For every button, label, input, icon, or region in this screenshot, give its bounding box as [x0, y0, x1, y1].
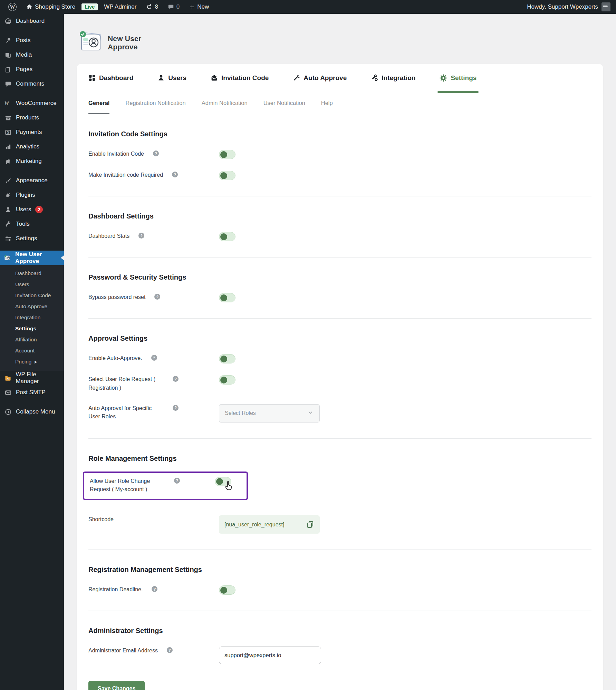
sidebar-item-label: Dashboard — [16, 18, 45, 25]
main-content: New User Approve DashboardUsersInvitatio… — [64, 14, 616, 690]
help-icon[interactable]: ? — [152, 586, 157, 592]
setting-label-wrap: Registration Deadline.? — [88, 585, 219, 594]
wp-adminer-menu-item[interactable]: WP Adminer — [100, 0, 140, 14]
svg-text:$: $ — [7, 130, 9, 134]
section-divider — [88, 611, 591, 611]
submenu-item-settings[interactable]: Settings — [0, 323, 64, 334]
collapse-icon — [4, 409, 12, 415]
sidebar-item-payments[interactable]: $Payments — [0, 125, 64, 139]
comments-menu-item[interactable]: 0 — [164, 0, 183, 14]
site-menu-item[interactable]: Shopping Store — [23, 0, 79, 14]
toggle-switch[interactable] — [215, 477, 231, 486]
submenu-item-auto-approve[interactable]: Auto Approve — [0, 301, 64, 312]
subtab-bar: GeneralRegistration NotificationAdmin No… — [77, 92, 603, 114]
sidebar-item-wp-file-manager[interactable]: WWP File Manager — [0, 371, 64, 385]
setting-label: Allow User Role Change Request ( My-acco… — [90, 477, 165, 494]
tab-invitation-code[interactable]: Invitation Code — [211, 64, 269, 92]
sidebar-item-plugins[interactable]: Plugins — [0, 188, 64, 202]
tab-users[interactable]: Users — [157, 64, 186, 92]
sidebar-item-label: Post SMTP — [16, 389, 46, 396]
pages-icon — [4, 66, 12, 73]
sidebar-item-dashboard[interactable]: Dashboard — [0, 14, 64, 28]
sidebar-item-label: Media — [16, 51, 32, 58]
select-roles-dropdown[interactable]: Select Roles — [219, 404, 320, 422]
toggle-knob — [220, 151, 227, 158]
sidebar-item-label: Products — [16, 114, 39, 121]
howdy-text[interactable]: Howdy, Support Wpexperts — [527, 3, 598, 10]
toggle-switch[interactable] — [219, 150, 235, 159]
section-divider — [88, 196, 591, 196]
sidebar-menu: DashboardPostsMediaPagesCommentsWWooComm… — [0, 14, 64, 419]
sidebar-item-tools[interactable]: Tools — [0, 217, 64, 231]
updates-icon — [146, 4, 152, 10]
help-icon[interactable]: ? — [153, 150, 159, 156]
submenu-item-integration[interactable]: Integration — [0, 312, 64, 323]
tab-dashboard[interactable]: Dashboard — [88, 64, 133, 92]
sidebar-item-label: Analytics — [16, 143, 39, 150]
sidebar-item-pages[interactable]: Pages — [0, 62, 64, 77]
subtab-help[interactable]: Help — [321, 92, 333, 114]
sidebar-item-posts[interactable]: Posts — [0, 33, 64, 48]
tab-integration[interactable]: Integration — [371, 64, 415, 92]
dashboard-icon — [4, 18, 12, 25]
help-icon[interactable]: ? — [173, 405, 179, 411]
subtab-registration-notification[interactable]: Registration Notification — [125, 92, 185, 114]
sidebar-item-label: Marketing — [16, 158, 42, 165]
toggle-switch[interactable] — [219, 232, 235, 241]
sidebar-item-users[interactable]: Users2 — [0, 202, 64, 217]
sidebar-item-woocommerce[interactable]: WWooCommerce — [0, 96, 64, 110]
help-icon[interactable]: ? — [172, 172, 178, 177]
sidebar-item-analytics[interactable]: Analytics — [0, 139, 64, 154]
sidebar-item-collapse-menu[interactable]: Collapse Menu — [0, 405, 64, 419]
toggle-switch[interactable] — [219, 171, 235, 180]
submenu-item-account[interactable]: Account — [0, 345, 64, 356]
plugin-logo: New User Approve — [64, 14, 616, 64]
sidebar-item-post-smtp[interactable]: Post SMTP — [0, 385, 64, 400]
updates-menu-item[interactable]: 8 — [143, 0, 161, 14]
save-changes-button[interactable]: Save Changes — [88, 681, 145, 690]
sidebar-item-appearance[interactable]: Appearance — [0, 173, 64, 188]
toggle-switch[interactable] — [219, 354, 235, 363]
wordpress-logo-icon[interactable]: W — [5, 0, 20, 14]
sidebar-item-marketing[interactable]: Marketing — [0, 154, 64, 168]
help-icon[interactable]: ? — [167, 647, 173, 653]
new-menu-item[interactable]: New — [186, 0, 212, 14]
submenu-item-dashboard[interactable]: Dashboard — [0, 268, 64, 279]
home-icon — [26, 4, 32, 10]
help-icon[interactable]: ? — [154, 294, 160, 300]
submenu-item-invitation-code[interactable]: Invitation Code — [0, 290, 64, 301]
submenu-item-pricing[interactable]: Pricing➤ — [0, 356, 64, 367]
sidebar-item-label: Payments — [16, 129, 42, 136]
setting-label-wrap: Dashboard Stats? — [88, 232, 219, 241]
submenu-item-affiliation[interactable]: Affiliation — [0, 334, 64, 345]
smtp-icon — [4, 389, 12, 396]
help-icon[interactable]: ? — [174, 478, 180, 484]
setting-label: Enable Auto-Approve. — [88, 354, 142, 363]
help-icon[interactable]: ? — [173, 376, 179, 382]
sidebar-item-label: New User Approve — [15, 251, 60, 265]
sidebar-item-new-user-approve[interactable]: New User Approve — [0, 251, 64, 265]
tab-auto-approve[interactable]: Auto Approve — [293, 64, 347, 92]
subtab-general[interactable]: General — [88, 92, 109, 114]
user-avatar[interactable] — [601, 2, 610, 11]
sidebar-item-products[interactable]: Products — [0, 110, 64, 125]
subtab-user-notification[interactable]: User Notification — [263, 92, 305, 114]
toggle-switch[interactable] — [219, 293, 235, 302]
tab-settings[interactable]: Settings — [440, 64, 477, 92]
section-title: Dashboard Settings — [88, 212, 591, 220]
sidebar-item-comments[interactable]: Comments — [0, 77, 64, 91]
submenu-item-users[interactable]: Users — [0, 279, 64, 290]
help-icon[interactable]: ? — [138, 233, 144, 239]
svg-text:W: W — [7, 378, 9, 380]
toggle-switch[interactable] — [219, 585, 235, 595]
subtab-admin-notification[interactable]: Admin Notification — [202, 92, 248, 114]
copy-icon[interactable] — [306, 521, 314, 528]
dropdown-selected-value: Select Roles — [225, 410, 256, 416]
toggle-switch[interactable] — [219, 375, 235, 385]
admin-email-input[interactable] — [219, 647, 321, 664]
setting-row: Enable Auto-Approve.? — [88, 354, 591, 363]
sidebar-item-settings[interactable]: Settings — [0, 231, 64, 246]
help-icon[interactable]: ? — [151, 355, 157, 361]
sidebar-item-media[interactable]: Media — [0, 48, 64, 62]
setting-label: Administrator Email Address — [88, 647, 158, 655]
